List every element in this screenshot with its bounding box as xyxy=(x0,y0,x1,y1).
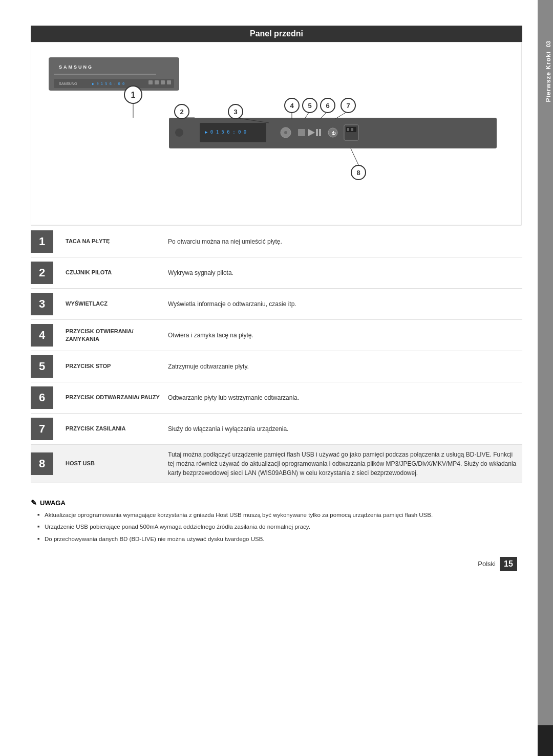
notes-header: ✎ UWAGA xyxy=(31,499,522,507)
svg-rect-16 xyxy=(298,129,305,136)
table-row: 6 PRZYCISK ODTWARZANIA/ PAUZY Odtwarzani… xyxy=(31,382,522,414)
item-number: 4 xyxy=(31,324,53,347)
row-number-cell: 4 xyxy=(31,320,61,351)
item-number: 2 xyxy=(31,262,53,284)
diagram-svg: SAMSUNG SAMSUNG ▶ 0 1 5 6 : 0 0 xyxy=(31,42,522,226)
svg-text:7: 7 xyxy=(346,102,350,110)
row-label: WYŚWIETLACZ xyxy=(61,289,164,320)
svg-text:5: 5 xyxy=(308,102,311,110)
row-description: Odtwarzanie płyty lub wstrzymanie odtwar… xyxy=(164,382,522,414)
svg-rect-24 xyxy=(347,128,349,131)
row-description: Służy do włączania i wyłączania urządzen… xyxy=(164,414,522,445)
main-content: Panel przedni SAMSUNG SAMSUNG xyxy=(0,0,538,756)
list-item: Urządzenie USB pobierające ponad 500mA w… xyxy=(38,523,522,531)
device-top-illustration: SAMSUNG SAMSUNG ▶ 0 1 5 6 : 0 0 xyxy=(49,57,179,91)
table-row: 5 PRZYCISK STOP Zatrzymuje odtwarzanie p… xyxy=(31,351,522,382)
row-label: PRZYCISK OTWIERANIA/ ZAMYKANIA xyxy=(61,320,164,351)
svg-point-26 xyxy=(175,128,183,137)
row-description: Zatrzymuje odtwarzanie płyty. xyxy=(164,351,522,382)
row-description: Tutaj można podłączyć urządzenie pamięci… xyxy=(164,445,522,483)
diagram-area: SAMSUNG SAMSUNG ▶ 0 1 5 6 : 0 0 xyxy=(31,42,522,226)
row-number-cell: 3 xyxy=(31,289,61,320)
svg-text:4: 4 xyxy=(290,102,294,110)
svg-rect-3 xyxy=(54,74,156,75)
table-row: 2 CZUJNIK PILOTA Wykrywa sygnały pilota. xyxy=(31,257,522,289)
page-number: 15 xyxy=(500,557,517,571)
svg-text:▶ 0 1 5 6 : 0 0: ▶ 0 1 5 6 : 0 0 xyxy=(205,129,246,135)
svg-rect-25 xyxy=(351,128,353,131)
item-number: 5 xyxy=(31,355,53,378)
notes-section: ✎ UWAGA Aktualizacje oprogramowania wyma… xyxy=(31,499,522,547)
row-number-cell: 5 xyxy=(31,351,61,382)
svg-point-15 xyxy=(284,131,287,134)
notes-icon: ✎ xyxy=(31,499,37,507)
sidebar: 03 Pierwsze Kroki xyxy=(538,0,553,756)
items-table: 1 TACA NA PŁYTĘ Po otwarciu można na nie… xyxy=(31,226,522,483)
svg-text:SAMSUNG: SAMSUNG xyxy=(59,82,77,85)
page-container: Panel przedni SAMSUNG SAMSUNG xyxy=(0,0,553,756)
notes-list: Aktualizacje oprogramowania wymagające k… xyxy=(31,511,522,544)
row-description: Po otwarciu można na niej umieścić płytę… xyxy=(164,226,522,257)
item-number: 7 xyxy=(31,418,53,440)
row-number-cell: 1 xyxy=(31,226,61,257)
row-number-cell: 2 xyxy=(31,257,61,289)
item-number: 6 xyxy=(31,386,53,409)
svg-text:▶ 0 1 5 6 : 0 0: ▶ 0 1 5 6 : 0 0 xyxy=(92,82,124,86)
row-label: HOST USB xyxy=(61,445,164,483)
svg-rect-19 xyxy=(319,129,321,136)
item-number: 8 xyxy=(31,452,53,475)
row-label: PRZYCISK STOP xyxy=(61,351,164,382)
svg-rect-7 xyxy=(148,80,153,84)
row-label: TACA NA PŁYTĘ xyxy=(61,226,164,257)
row-number-cell: 7 xyxy=(31,414,61,445)
page-footer: Polski 15 xyxy=(31,557,522,571)
item-number: 1 xyxy=(31,230,53,253)
item-number: 3 xyxy=(31,293,53,315)
row-label: PRZYCISK ODTWARZANIA/ PAUZY xyxy=(61,382,164,414)
svg-text:8: 8 xyxy=(356,169,360,177)
svg-text:1: 1 xyxy=(131,91,136,99)
notes-title: UWAGA xyxy=(40,499,66,507)
list-item: Do przechowywania danych BD (BD-LIVE) ni… xyxy=(38,535,522,544)
row-label: CZUJNIK PILOTA xyxy=(61,257,164,289)
row-description: Otwiera i zamyka tacę na płytę. xyxy=(164,320,522,351)
table-row: 7 PRZYCISK ZASILANIA Służy do włączania … xyxy=(31,414,522,445)
svg-text:6: 6 xyxy=(326,102,329,110)
svg-rect-9 xyxy=(161,80,165,84)
table-row: 3 WYŚWIETLACZ Wyświetla informacje o odt… xyxy=(31,289,522,320)
page-language: Polski xyxy=(478,560,496,568)
table-row: 1 TACA NA PŁYTĘ Po otwarciu można na nie… xyxy=(31,226,522,257)
svg-text:2: 2 xyxy=(180,108,183,116)
sidebar-black-block xyxy=(538,725,553,756)
row-label: PRZYCISK ZASILANIA xyxy=(61,414,164,445)
row-number-cell: 8 xyxy=(31,445,61,483)
svg-text:⏻: ⏻ xyxy=(331,131,336,136)
list-item: Aktualizacje oprogramowania wymagające k… xyxy=(38,511,522,520)
sidebar-text: Pierwsze Kroki xyxy=(545,51,552,102)
sidebar-number: 03 xyxy=(545,41,551,47)
table-row: 8 HOST USB Tutaj można podłączyć urządze… xyxy=(31,445,522,483)
panel-title: Panel przedni xyxy=(250,29,303,38)
svg-text:3: 3 xyxy=(233,108,237,116)
table-row: 4 PRZYCISK OTWIERANIA/ ZAMYKANIA Otwiera… xyxy=(31,320,522,351)
svg-rect-8 xyxy=(155,80,159,84)
svg-rect-18 xyxy=(316,129,318,136)
svg-rect-10 xyxy=(167,80,171,84)
svg-text:SAMSUNG: SAMSUNG xyxy=(59,64,93,70)
device-front-illustration: ▶ 0 1 5 6 : 0 0 ⏻ xyxy=(169,118,497,148)
row-description: Wykrywa sygnały pilota. xyxy=(164,257,522,289)
panel-header: Panel przedni xyxy=(31,26,522,42)
row-description: Wyświetla informacje o odtwarzaniu, czas… xyxy=(164,289,522,320)
row-number-cell: 6 xyxy=(31,382,61,414)
